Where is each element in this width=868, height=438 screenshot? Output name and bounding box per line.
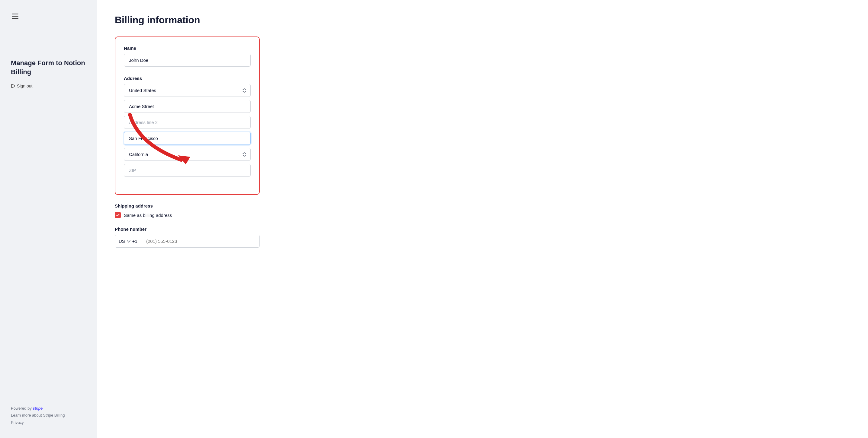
billing-form-card: Name Address United States Canada United… [115, 36, 260, 195]
stripe-brand: stripe [33, 406, 42, 410]
svg-rect-0 [12, 13, 19, 14]
shipping-label: Shipping address [115, 203, 260, 208]
main-content: Billing information Name Address United … [97, 0, 868, 438]
phone-label: Phone number [115, 227, 260, 232]
state-select[interactable]: California New York Texas [124, 148, 251, 161]
zip-input[interactable] [124, 164, 251, 177]
address-field-group: Address United States Canada United King… [124, 76, 251, 180]
same-as-billing-row: Same as billing address [115, 212, 260, 218]
powered-by-label: Powered by [11, 406, 32, 410]
phone-section: Phone number US +1 [115, 227, 260, 248]
name-input[interactable] [124, 54, 251, 67]
city-input[interactable] [124, 132, 251, 145]
address-line2-input[interactable] [124, 116, 251, 129]
sidebar-footer: Powered by stripe Learn more about Strip… [11, 405, 86, 426]
phone-country-selector[interactable]: US +1 [115, 235, 141, 247]
svg-rect-1 [12, 16, 19, 17]
same-as-billing-checkbox[interactable] [115, 212, 121, 218]
name-label: Name [124, 45, 251, 51]
country-select-wrapper: United States Canada United Kingdom [124, 84, 251, 97]
phone-input-wrapper: US +1 [115, 235, 260, 248]
privacy-link[interactable]: Privacy [11, 419, 86, 426]
checkmark-icon [116, 213, 120, 217]
country-select[interactable]: United States Canada United Kingdom [124, 84, 251, 97]
phone-country-code: US [119, 239, 125, 244]
state-select-wrapper: California New York Texas [124, 148, 251, 161]
sidebar: Manage Form to Notion Billing Sign out P… [0, 0, 97, 438]
sign-out-link[interactable]: Sign out [11, 83, 86, 89]
page-title: Billing information [115, 14, 850, 26]
phone-country-chevron [126, 239, 131, 244]
phone-number-input[interactable] [141, 235, 259, 247]
address-label: Address [124, 76, 251, 81]
name-field-group: Name [124, 45, 251, 70]
phone-dial-code: +1 [132, 239, 137, 244]
svg-rect-2 [12, 18, 19, 19]
learn-more-link[interactable]: Learn more about Stripe Billing [11, 412, 86, 419]
same-as-billing-label: Same as billing address [124, 213, 172, 218]
list-icon [11, 12, 86, 22]
address-line1-input[interactable] [124, 100, 251, 113]
sign-out-icon [11, 84, 15, 88]
shipping-section: Shipping address Same as billing address [115, 203, 260, 218]
sidebar-title: Manage Form to Notion Billing [11, 59, 86, 76]
